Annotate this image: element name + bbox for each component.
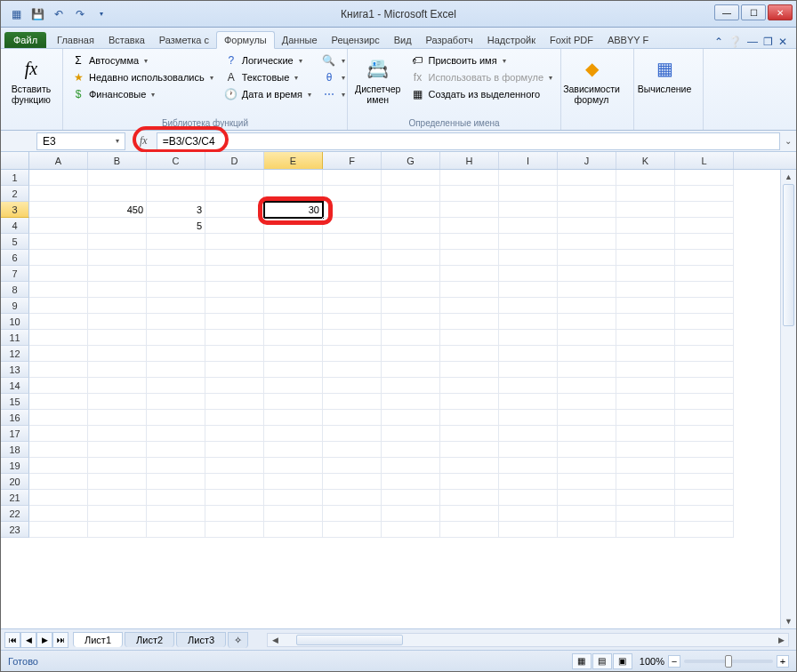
cell-A4[interactable] xyxy=(29,218,88,234)
row-header[interactable]: 19 xyxy=(1,458,29,474)
cell-J20[interactable] xyxy=(558,474,616,490)
cell-K22[interactable] xyxy=(616,506,675,522)
page-layout-view-button[interactable]: ▤ xyxy=(592,653,612,669)
cell-L7[interactable] xyxy=(675,266,734,282)
row-header[interactable]: 10 xyxy=(1,314,29,330)
cell-B11[interactable] xyxy=(88,330,147,346)
cell-A9[interactable] xyxy=(29,298,88,314)
cell-G4[interactable] xyxy=(382,218,440,234)
cell-G9[interactable] xyxy=(382,298,440,314)
cell-L9[interactable] xyxy=(675,298,734,314)
name-manager-button[interactable]: 📇 Диспетчер имен xyxy=(353,51,402,128)
cell-L12[interactable] xyxy=(675,346,734,362)
cell-C19[interactable] xyxy=(147,458,205,474)
cell-D4[interactable] xyxy=(205,218,264,234)
cell-F19[interactable] xyxy=(323,458,382,474)
cell-G1[interactable] xyxy=(382,170,440,186)
cell-K15[interactable] xyxy=(616,394,675,410)
cell-F9[interactable] xyxy=(323,298,382,314)
cell-A23[interactable] xyxy=(29,522,88,538)
cell-D6[interactable] xyxy=(205,250,264,266)
row-header[interactable]: 9 xyxy=(1,298,29,314)
sheet-tab-2[interactable]: Лист2 xyxy=(125,632,174,647)
cell-J12[interactable] xyxy=(558,346,616,362)
normal-view-button[interactable]: ▦ xyxy=(572,653,592,669)
cell-D14[interactable] xyxy=(205,378,264,394)
cell-H8[interactable] xyxy=(440,282,499,298)
cell-B2[interactable] xyxy=(88,186,147,202)
row-header[interactable]: 18 xyxy=(1,442,29,458)
cell-C8[interactable] xyxy=(147,282,205,298)
doc-close-button[interactable]: ✕ xyxy=(778,36,787,48)
cell-G5[interactable] xyxy=(382,234,440,250)
cell-B12[interactable] xyxy=(88,346,147,362)
cell-E20[interactable] xyxy=(264,474,323,490)
cell-B20[interactable] xyxy=(88,474,147,490)
cell-J21[interactable] xyxy=(558,490,616,506)
cell-I8[interactable] xyxy=(499,282,558,298)
cell-E4[interactable] xyxy=(264,218,323,234)
cell-H20[interactable] xyxy=(440,474,499,490)
cell-I2[interactable] xyxy=(499,186,558,202)
cell-F21[interactable] xyxy=(323,490,382,506)
row-header[interactable]: 16 xyxy=(1,410,29,426)
cell-J8[interactable] xyxy=(558,282,616,298)
cell-A22[interactable] xyxy=(29,506,88,522)
close-button[interactable]: ✕ xyxy=(768,4,793,20)
col-header-H[interactable]: H xyxy=(440,152,499,169)
insert-function-button[interactable]: fx Вставить функцию xyxy=(6,51,56,128)
sheet-nav-prev[interactable]: ◀ xyxy=(20,632,36,648)
row-header[interactable]: 6 xyxy=(1,250,29,266)
cell-H14[interactable] xyxy=(440,378,499,394)
cell-K17[interactable] xyxy=(616,426,675,442)
cell-D13[interactable] xyxy=(205,362,264,378)
cell-I18[interactable] xyxy=(499,442,558,458)
cell-C4[interactable]: 5 xyxy=(147,218,205,234)
cell-L17[interactable] xyxy=(675,426,734,442)
cell-C22[interactable] xyxy=(147,506,205,522)
cell-B21[interactable] xyxy=(88,490,147,506)
cell-C10[interactable] xyxy=(147,314,205,330)
hscroll-thumb[interactable] xyxy=(296,635,403,645)
datetime-button[interactable]: 🕐Дата и время▾ xyxy=(221,86,314,102)
cell-D7[interactable] xyxy=(205,266,264,282)
cell-L6[interactable] xyxy=(675,250,734,266)
cell-A20[interactable] xyxy=(29,474,88,490)
cell-G6[interactable] xyxy=(382,250,440,266)
cell-H23[interactable] xyxy=(440,522,499,538)
page-break-view-button[interactable]: ▣ xyxy=(613,653,632,669)
row-header[interactable]: 20 xyxy=(1,474,29,490)
cell-C11[interactable] xyxy=(147,330,205,346)
cell-A2[interactable] xyxy=(29,186,88,202)
cell-H22[interactable] xyxy=(440,506,499,522)
cell-D11[interactable] xyxy=(205,330,264,346)
cell-K7[interactable] xyxy=(616,266,675,282)
cell-E18[interactable] xyxy=(264,442,323,458)
cell-G10[interactable] xyxy=(382,314,440,330)
use-in-formula-button[interactable]: fxИспользовать в формуле▾ xyxy=(407,69,555,85)
cell-L19[interactable] xyxy=(675,458,734,474)
cell-A3[interactable] xyxy=(29,202,88,218)
cell-C23[interactable] xyxy=(147,522,205,538)
cell-H19[interactable] xyxy=(440,458,499,474)
cell-H18[interactable] xyxy=(440,442,499,458)
cell-K18[interactable] xyxy=(616,442,675,458)
sheet-nav-next[interactable]: ▶ xyxy=(36,632,52,648)
cell-B13[interactable] xyxy=(88,362,147,378)
cell-G19[interactable] xyxy=(382,458,440,474)
col-header-E[interactable]: E xyxy=(264,152,323,169)
cell-D22[interactable] xyxy=(205,506,264,522)
create-from-selection-button[interactable]: ▦Создать из выделенного xyxy=(407,86,555,102)
help-button[interactable]: ❔ xyxy=(729,36,742,48)
cell-H9[interactable] xyxy=(440,298,499,314)
col-header-L[interactable]: L xyxy=(675,152,734,169)
cell-D18[interactable] xyxy=(205,442,264,458)
cell-A7[interactable] xyxy=(29,266,88,282)
cell-I23[interactable] xyxy=(499,522,558,538)
minimize-ribbon-button[interactable]: ⌃ xyxy=(714,36,723,48)
vertical-scrollbar[interactable]: ▲ ▼ xyxy=(780,170,796,628)
cell-J14[interactable] xyxy=(558,378,616,394)
doc-restore-button[interactable]: ❐ xyxy=(763,36,773,48)
cell-L15[interactable] xyxy=(675,394,734,410)
cell-I6[interactable] xyxy=(499,250,558,266)
